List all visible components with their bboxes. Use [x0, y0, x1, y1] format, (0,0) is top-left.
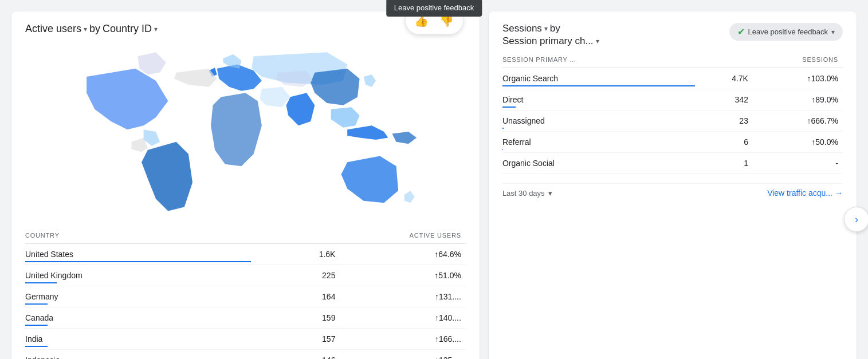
country-cell: India — [25, 329, 256, 350]
table-row: India 157 ↑166.... — [25, 329, 466, 350]
table-row: Direct 342 ↑89.0% — [502, 89, 843, 111]
change-cell: ↑166.... — [340, 329, 465, 350]
country-cell: United Kingdom — [25, 265, 256, 286]
country-name: Indonesia — [25, 356, 251, 359]
channel-cell: Organic Search — [502, 68, 700, 89]
dimension-label: Country ID — [103, 23, 152, 35]
sessions-value-cell: 1 — [700, 153, 753, 174]
bar-indicator — [25, 261, 251, 262]
table-row: Unassigned 23 ↑666.7% — [502, 111, 843, 132]
sessions-value-cell: 6 — [700, 132, 753, 153]
right-titles: Sessions ▾ by Session primary ch... ▾ — [502, 23, 599, 47]
channel-cell: Organic Social — [502, 153, 700, 174]
sessions-card: Sessions ▾ by Session primary ch... ▾ ✔ … — [489, 11, 857, 359]
card-title-left: Active users ▾ by Country ID ▾ — [25, 23, 158, 35]
right-title-sub: Session primary ch... ▾ — [502, 35, 599, 47]
sessions-change-cell: ↑50.0% — [753, 132, 843, 153]
channel-name: Referral — [502, 137, 696, 147]
date-selector-right[interactable]: Last 30 days ▾ — [502, 189, 552, 198]
sessions-value-cell: 23 — [700, 111, 753, 132]
country-name: Germany — [25, 292, 251, 301]
sessions-value-cell: 342 — [700, 89, 753, 111]
active-users-card: Active users ▾ by Country ID ▾ — [11, 11, 480, 359]
check-circle-icon: ✔ — [737, 26, 745, 37]
col-country-header: COUNTRY — [25, 227, 256, 244]
change-cell: ↑140.... — [340, 307, 465, 329]
channel-name: Direct — [502, 95, 696, 104]
country-cell: Canada — [25, 307, 256, 329]
feedback-tooltip: Leave positive feedback — [386, 0, 482, 17]
world-map — [25, 44, 466, 227]
channel-name: Organic Social — [502, 159, 696, 168]
country-name: India — [25, 334, 251, 344]
country-cell: Indonesia — [25, 350, 256, 360]
table-row: Germany 164 ↑131.... — [25, 286, 466, 307]
channel-name: Unassigned — [502, 116, 696, 125]
bar-indicator — [502, 106, 516, 108]
change-cell: ↑131.... — [340, 286, 465, 307]
sessions-change-cell: ↑666.7% — [753, 111, 843, 132]
sessions-change-cell: - — [753, 153, 843, 174]
bar-indicator — [502, 85, 696, 86]
change-cell: ↑64.6% — [340, 244, 465, 265]
sessions-table: SESSION PRIMARY ... SESSIONS Organic Sea… — [502, 52, 843, 174]
arrow-right-icon-right: → — [835, 188, 843, 198]
bar-indicator — [25, 303, 48, 305]
bar-indicator — [25, 346, 48, 347]
table-row: United Kingdom 225 ↑51.0% — [25, 265, 466, 286]
metric-label: Active users — [25, 23, 81, 35]
table-row: Indonesia 146 ↑135.... — [25, 350, 466, 360]
country-name: Canada — [25, 313, 251, 322]
country-cell: United States — [25, 244, 256, 265]
metric-dropdown-icon[interactable]: ▾ — [84, 25, 87, 33]
col-sessions-header: SESSIONS — [700, 52, 843, 68]
view-traffic-link[interactable]: View traffic acqu... → — [767, 188, 843, 198]
right-title-main: Sessions ▾ by — [502, 23, 599, 34]
sessions-value-cell: 4.7K — [700, 68, 753, 89]
card-footer-right: Last 30 days ▾ View traffic acqu... → — [502, 183, 843, 198]
country-table: COUNTRY ACTIVE USERS United States 1.6K … — [25, 227, 466, 359]
view-traffic-label: View traffic acqu... — [767, 188, 832, 198]
table-row: Organic Search 4.7K ↑103.0% — [502, 68, 843, 89]
channel-cell: Unassigned — [502, 111, 700, 132]
leave-feedback-button[interactable]: ✔ Leave positive feedback ▾ — [729, 23, 843, 41]
feedback-area: 👍 👎 Leave positive feedback — [406, 7, 463, 34]
by-label: by — [89, 23, 100, 35]
bar-indicator — [25, 282, 57, 283]
next-button[interactable]: › — [844, 207, 868, 232]
sessions-dimension-label: Session primary ch... — [502, 35, 594, 47]
bar-indicator — [25, 325, 48, 326]
table-row: United States 1.6K ↑64.6% — [25, 244, 466, 265]
feedback-btn-dropdown-icon: ▾ — [831, 28, 835, 36]
bar-indicator — [502, 128, 504, 129]
sessions-change-cell: ↑89.0% — [753, 89, 843, 111]
value-cell: 164 — [256, 286, 340, 307]
value-cell: 146 — [256, 350, 340, 360]
table-row: Referral 6 ↑50.0% — [502, 132, 843, 153]
sessions-change-cell: ↑103.0% — [753, 68, 843, 89]
table-row: Organic Social 1 - — [502, 153, 843, 174]
sessions-metric-dropdown-icon[interactable]: ▾ — [544, 25, 548, 33]
card-header-right: Sessions ▾ by Session primary ch... ▾ ✔ … — [502, 23, 843, 47]
value-cell: 225 — [256, 265, 340, 286]
channel-name: Organic Search — [502, 74, 696, 83]
country-name: United States — [25, 250, 251, 259]
col-channel-header: SESSION PRIMARY ... — [502, 52, 700, 68]
change-cell: ↑135.... — [340, 350, 465, 360]
leave-feedback-label: Leave positive feedback — [748, 27, 828, 36]
value-cell: 159 — [256, 307, 340, 329]
col-active-users-header: ACTIVE USERS — [256, 227, 466, 244]
value-cell: 157 — [256, 329, 340, 350]
table-area: COUNTRY ACTIVE USERS United States 1.6K … — [25, 227, 466, 359]
country-name: United Kingdom — [25, 271, 251, 280]
date-dropdown-icon-right: ▾ — [548, 189, 552, 198]
sessions-by-label: by — [550, 23, 560, 34]
date-label-right: Last 30 days — [502, 189, 545, 198]
map-svg — [25, 44, 466, 227]
card-header-left: Active users ▾ by Country ID ▾ — [25, 23, 466, 35]
table-row: Canada 159 ↑140.... — [25, 307, 466, 329]
dimension-dropdown-icon[interactable]: ▾ — [154, 25, 158, 33]
sessions-dimension-dropdown-icon[interactable]: ▾ — [596, 37, 599, 45]
change-cell: ↑51.0% — [340, 265, 465, 286]
value-cell: 1.6K — [256, 244, 340, 265]
